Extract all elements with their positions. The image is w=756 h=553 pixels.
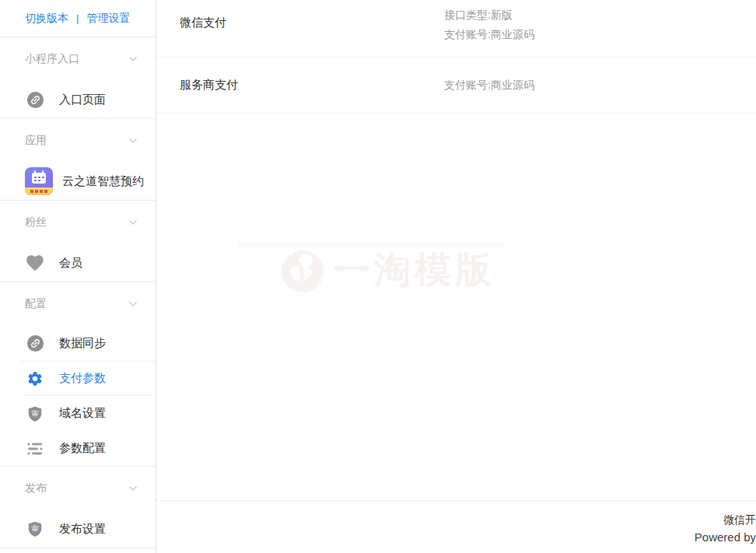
sidebar: 切换版本 | 管理设置 小程序入口 入口页面 应用 云之道智慧预约 bbox=[0, 0, 156, 553]
heart-icon bbox=[25, 253, 45, 273]
sidebar-item-app-yunzhidao[interactable]: 云之道智慧预约 bbox=[0, 163, 156, 200]
pay-row-wechat[interactable]: 微信支付 接口类型:新版 支付账号:商业源码 bbox=[156, 0, 756, 58]
svg-text:审: 审 bbox=[31, 410, 38, 418]
chevron-down-icon bbox=[128, 217, 138, 228]
watermark-text: 一淘模版 bbox=[334, 246, 495, 295]
group-header-miniprogram-entry[interactable]: 小程序入口 bbox=[0, 37, 156, 81]
link-separator: | bbox=[76, 12, 79, 24]
sidebar-item-label: 数据同步 bbox=[59, 336, 106, 351]
chevron-down-icon bbox=[128, 135, 138, 146]
watermark-logo-icon bbox=[279, 247, 326, 295]
detail-pay-account: 支付账号:商业源码 bbox=[444, 25, 534, 44]
group-header-publish[interactable]: 发布 bbox=[0, 467, 156, 510]
sidebar-item-label: 支付参数 bbox=[59, 371, 106, 386]
shield-icon: 审 bbox=[25, 519, 45, 539]
sidebar-item-label: 会员 bbox=[59, 256, 82, 271]
pay-row-title: 微信支付 bbox=[180, 0, 444, 30]
footer: 微信开 Powered by bbox=[156, 500, 756, 553]
detail-pay-account: 支付账号:商业源码 bbox=[444, 75, 534, 95]
footer-line1: 微信开 bbox=[723, 513, 756, 527]
pay-row-details: 接口类型:新版 支付账号:商业源码 bbox=[444, 0, 534, 44]
sidebar-group-miniprogram-entry: 小程序入口 入口页面 bbox=[0, 37, 156, 119]
sidebar-item-publish-settings[interactable]: 审 发布设置 bbox=[0, 510, 156, 548]
list-icon bbox=[25, 439, 45, 459]
shield-icon: 审 bbox=[25, 404, 45, 424]
switch-version-link[interactable]: 切换版本 bbox=[25, 12, 68, 26]
sidebar-group-publish: 发布 审 发布设置 bbox=[0, 467, 156, 548]
chevron-down-icon bbox=[128, 54, 138, 65]
watermark: 一淘模版 bbox=[279, 246, 495, 295]
pay-row-service-provider[interactable]: 服务商支付 支付账号:商业源码 bbox=[156, 58, 756, 114]
watermark-band bbox=[238, 243, 504, 248]
sidebar-item-label: 云之道智慧预约 bbox=[62, 174, 144, 189]
manage-settings-link[interactable]: 管理设置 bbox=[86, 12, 130, 26]
sidebar-item-data-sync[interactable]: 数据同步 bbox=[0, 326, 156, 361]
detail-interface-type: 接口类型:新版 bbox=[444, 5, 534, 25]
group-label: 小程序入口 bbox=[25, 52, 79, 66]
main-content: 微信支付 接口类型:新版 支付账号:商业源码 服务商支付 支付账号:商业源码 一… bbox=[156, 0, 756, 553]
group-label: 粉丝 bbox=[25, 215, 47, 229]
group-label: 配置 bbox=[25, 297, 47, 311]
sidebar-item-label: 入口页面 bbox=[59, 93, 106, 107]
sidebar-group-config: 配置 数据同步 支付参数 审 域名设置 参数配置 bbox=[0, 282, 156, 467]
sidebar-item-payment-params[interactable]: 支付参数 bbox=[22, 361, 156, 396]
sidebar-item-label: 发布设置 bbox=[59, 522, 106, 537]
sidebar-group-app: 应用 云之道智慧预约 bbox=[0, 119, 156, 201]
group-header-app[interactable]: 应用 bbox=[0, 119, 156, 163]
pay-row-title: 服务商支付 bbox=[180, 78, 444, 93]
chevron-down-icon bbox=[128, 483, 138, 494]
app-icon bbox=[25, 167, 53, 195]
svg-text:审: 审 bbox=[31, 525, 38, 533]
sidebar-item-param-config[interactable]: 参数配置 bbox=[0, 431, 156, 466]
sidebar-item-label: 参数配置 bbox=[59, 441, 106, 456]
pay-row-details: 支付账号:商业源码 bbox=[444, 75, 534, 95]
sidebar-group-fans: 粉丝 会员 bbox=[0, 201, 156, 282]
sidebar-item-label: 域名设置 bbox=[59, 406, 106, 421]
group-label: 发布 bbox=[25, 481, 47, 495]
sidebar-top-links: 切换版本 | 管理设置 bbox=[0, 0, 156, 37]
gear-icon bbox=[25, 369, 45, 389]
group-label: 应用 bbox=[25, 134, 47, 148]
link-icon bbox=[25, 89, 45, 110]
footer-line2: Powered by bbox=[695, 530, 756, 544]
group-header-fans[interactable]: 粉丝 bbox=[0, 201, 156, 244]
sidebar-item-domain-settings[interactable]: 审 域名设置 bbox=[0, 396, 156, 431]
chevron-down-icon bbox=[128, 299, 138, 310]
link-icon bbox=[25, 334, 45, 354]
group-header-config[interactable]: 配置 bbox=[0, 282, 156, 326]
sidebar-item-entry-page[interactable]: 入口页面 bbox=[0, 81, 156, 118]
sidebar-item-members[interactable]: 会员 bbox=[0, 244, 156, 282]
